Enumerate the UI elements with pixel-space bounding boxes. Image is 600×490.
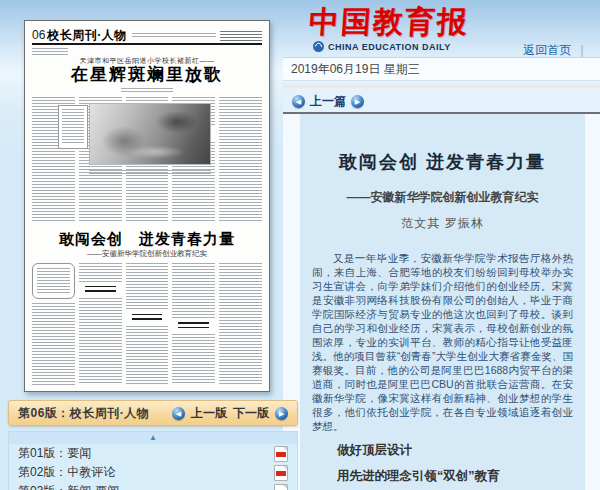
article-photo: [89, 103, 211, 165]
page: 06 校长周刊·人物 天津市和平区岳阳道小学校长褚新红—— 在星辉斑斓里放歌 敢…: [0, 0, 600, 490]
pull-quote-box: [58, 105, 88, 149]
masthead-info-text: [132, 33, 216, 39]
current-edition-label: 第06版：校长周刊·人物: [18, 405, 149, 422]
edition-number: 06: [32, 29, 45, 41]
header-links: 返回首页 ｜: [523, 42, 588, 59]
text-column: [219, 263, 262, 385]
next-edition-icon[interactable]: [275, 407, 288, 420]
edition-link[interactable]: 第01版：要闻: [18, 445, 91, 462]
edition-link[interactable]: 第03版：新闻·要闻: [18, 483, 119, 490]
text-column: [79, 263, 122, 385]
masthead-rule: [32, 43, 262, 45]
newspaper-page-thumbnail[interactable]: 06 校长周刊·人物 天津市和平区岳阳道小学校长褚新红—— 在星辉斑斓里放歌 敢…: [24, 20, 270, 392]
article-nav-row: 上一篇: [283, 90, 600, 112]
second-article-headline: 敢闯会创 迸发青春力量: [32, 230, 262, 247]
edition-list-item[interactable]: 第02版：中教评论: [9, 463, 297, 482]
article-content-outer: 敢闯会创 迸发青春力量 ——安徽新华学院创新创业教育纪实 范文其 罗振林 又是一…: [283, 114, 600, 490]
article-paragraph: 又是一年毕业季，安徽新华学院学术报告厅格外热闹，来自上海、合肥等地的校友们纷纷回…: [312, 251, 573, 433]
date-bar: 2019年06月19日 星期三: [283, 57, 600, 81]
section-heading: 做好顶层设计: [312, 442, 573, 459]
next-edition-button[interactable]: 下一版: [233, 405, 269, 422]
lead-article-columns: [32, 97, 262, 223]
edition-list-item[interactable]: 第03版：新闻·要闻: [9, 482, 297, 490]
edition-list-item[interactable]: 第01版：要闻: [9, 444, 297, 463]
site-logo: 中国教育报: [308, 2, 471, 43]
site-header: 中国教育报 CHINA EDUCATION DAILY 返回首页 ｜: [283, 0, 600, 57]
masthead-logo-mark: [220, 31, 262, 41]
prev-article-icon[interactable]: [292, 95, 305, 108]
section-name: 校长周刊·人物: [47, 29, 127, 41]
second-article-subtitle: ——安徽新华学院创新创业教育纪实: [32, 249, 262, 258]
prev-edition-icon[interactable]: [172, 407, 185, 420]
lead-article-headline: 在星辉斑斓里放歌: [32, 65, 262, 85]
article-authors: 范文其 罗振林: [312, 215, 573, 232]
photo-caption: [89, 170, 211, 175]
text-column: [126, 263, 169, 385]
pdf-icon[interactable]: [274, 484, 288, 490]
article-subtitle: ——安徽新华学院创新创业教育纪实: [312, 189, 573, 206]
article-title: 敢闯会创 迸发青春力量: [312, 150, 573, 174]
article-content: 敢闯会创 迸发青春力量 ——安徽新华学院创新创业教育纪实 范文其 罗振林 又是一…: [300, 114, 585, 490]
decorative-strip: [283, 81, 600, 90]
page-eyebrow-text: [32, 48, 68, 55]
link-separator: ｜: [576, 42, 588, 59]
lead-article-byline: [121, 88, 173, 93]
newspaper-masthead: 06 校长周刊·人物: [32, 27, 262, 41]
edition-list-panel: 第01版：要闻 第02版：中教评论 第03版：新闻·要闻: [8, 431, 298, 490]
lead-article-kicker: 天津市和平区岳阳道小学校长褚新红——: [32, 56, 262, 65]
edition-link[interactable]: 第02版：中教评论: [18, 464, 115, 481]
collapse-toggle[interactable]: [9, 432, 297, 444]
globe-icon: [313, 41, 324, 52]
text-column: [219, 97, 262, 223]
issue-date: 2019年06月19日 星期三: [291, 62, 420, 76]
site-logo-en-row: CHINA EDUCATION DAILY: [313, 41, 451, 52]
section-heading: 用先进的理念引领“双创”教育: [312, 468, 573, 485]
pdf-icon[interactable]: [274, 465, 288, 481]
prev-edition-button[interactable]: 上一版: [191, 405, 227, 422]
site-logo-en: CHINA EDUCATION DAILY: [328, 42, 451, 52]
text-column: [32, 263, 75, 385]
next-article-icon[interactable]: [351, 95, 364, 108]
edition-nav-group: 上一版 下一版: [172, 405, 288, 422]
prev-article-button[interactable]: 上一篇: [310, 93, 346, 110]
edition-nav-bar: 第06版：校长周刊·人物 上一版 下一版: [8, 400, 298, 426]
info-box: [32, 263, 75, 299]
text-column: [172, 263, 215, 385]
article-panel: 中国教育报 CHINA EDUCATION DAILY 返回首页 ｜ 2019年…: [283, 0, 600, 490]
home-link[interactable]: 返回首页: [523, 42, 571, 59]
pdf-icon[interactable]: [274, 446, 288, 462]
second-article-columns: [32, 263, 262, 385]
